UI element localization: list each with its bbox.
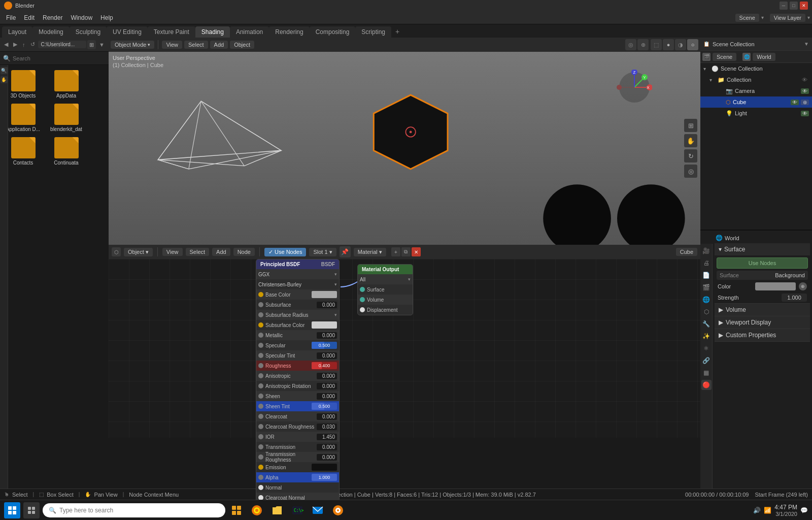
cube-icon[interactable]: ⬡ bbox=[726, 99, 731, 106]
menu-render[interactable]: Render bbox=[39, 13, 66, 22]
overlay-toggle[interactable]: ◎ bbox=[625, 39, 636, 50]
material-selector[interactable]: Material ▾ bbox=[354, 248, 386, 256]
tab-texture-paint[interactable]: Texture Paint bbox=[148, 26, 195, 38]
network-icon[interactable]: 📶 bbox=[764, 507, 771, 514]
tab-uv-editing[interactable]: UV Editing bbox=[107, 26, 148, 38]
material-copy[interactable]: ⧉ bbox=[401, 247, 411, 256]
view-layer-selector[interactable]: View Layer bbox=[770, 14, 805, 22]
file-search-input[interactable] bbox=[13, 55, 106, 61]
file-path[interactable]: C:\Users\lord... bbox=[38, 41, 87, 48]
taskbar-folder-icon[interactable] bbox=[269, 502, 285, 518]
props-render-icon[interactable]: 🎥 bbox=[701, 246, 712, 256]
maximize-button[interactable]: □ bbox=[790, 2, 798, 10]
clearcoat-value[interactable]: 0.000 bbox=[317, 413, 337, 420]
nav-sidebar-button[interactable]: 🔍 bbox=[1, 67, 8, 74]
color-swatch[interactable] bbox=[755, 282, 796, 290]
menu-window[interactable]: Window bbox=[66, 13, 96, 22]
file-item-applicationd[interactable]: Application D... bbox=[4, 104, 42, 132]
outline-cube[interactable]: ⬡ Cube 👁 ⊛ bbox=[700, 96, 812, 108]
cube-render-icon[interactable]: ⊛ bbox=[801, 100, 809, 105]
taskbar-mail-icon[interactable] bbox=[310, 502, 326, 518]
taskbar-firefox-icon[interactable] bbox=[249, 502, 265, 518]
object-mode-selector[interactable]: Object Mode ▾ bbox=[111, 41, 154, 49]
clearcoat-roughness-value[interactable]: 0.030 bbox=[317, 424, 337, 430]
notification-icon[interactable]: 💬 bbox=[800, 507, 808, 514]
ior-value[interactable]: 1.450 bbox=[317, 434, 337, 440]
file-item-contacts[interactable]: Contacts bbox=[4, 137, 42, 166]
taskbar-search-input[interactable] bbox=[59, 507, 219, 514]
props-constraints-icon[interactable]: 🔗 bbox=[701, 355, 712, 366]
scene-selector-outliner[interactable]: Scene bbox=[713, 53, 736, 61]
menu-edit[interactable]: Edit bbox=[20, 13, 39, 22]
file-item-blenderkit[interactable]: blenderkit_dat bbox=[47, 104, 85, 132]
transmission-roughness-value[interactable]: 0.000 bbox=[317, 454, 337, 461]
menu-file[interactable]: File bbox=[2, 13, 20, 22]
wireframe-mode[interactable]: ⬚ bbox=[651, 39, 662, 50]
props-object-icon[interactable]: ⬡ bbox=[701, 307, 712, 317]
scene-selector[interactable]: Scene bbox=[735, 14, 759, 22]
pan-button[interactable]: ✋ bbox=[684, 134, 697, 147]
visibility-icon[interactable]: 👁 bbox=[802, 77, 809, 83]
nav-back-button[interactable]: ◀ bbox=[2, 40, 10, 49]
emission-color-swatch[interactable] bbox=[312, 464, 337, 471]
props-view-layer-icon[interactable]: 📄 bbox=[701, 270, 712, 280]
bsdf-node[interactable]: Principled BSDF BSDF GGX ▾ Christensen-B… bbox=[256, 259, 340, 520]
color-picker-button[interactable]: ⊕ bbox=[799, 282, 807, 290]
anisotropic-value[interactable]: 0.000 bbox=[317, 373, 337, 379]
transmission-value[interactable]: 0.000 bbox=[317, 444, 337, 450]
props-material-icon[interactable]: 🔴 bbox=[701, 380, 712, 390]
tab-shading[interactable]: Shading bbox=[195, 26, 230, 38]
add-workspace-button[interactable]: + bbox=[391, 25, 403, 38]
tab-scripting[interactable]: Scripting bbox=[355, 26, 391, 38]
props-world-icon[interactable]: 🌐 bbox=[701, 295, 712, 305]
nav-sidebar-hand[interactable]: ✋ bbox=[1, 76, 8, 83]
surface-section-header[interactable]: ▾ Surface bbox=[715, 243, 810, 255]
alpha-slider[interactable]: 1.000 bbox=[312, 474, 337, 481]
tab-compositing[interactable]: Compositing bbox=[310, 26, 356, 38]
add-menu[interactable]: Add bbox=[210, 41, 228, 49]
view-menu-node[interactable]: View bbox=[162, 248, 183, 256]
start-button[interactable] bbox=[4, 502, 20, 518]
material-delete[interactable]: ✕ bbox=[412, 247, 421, 256]
pin-button[interactable]: 📌 bbox=[340, 246, 351, 257]
props-scene-icon[interactable]: 🎬 bbox=[701, 282, 712, 292]
props-output-icon[interactable]: 🖨 bbox=[701, 258, 712, 268]
world-icon[interactable]: 🌐 bbox=[742, 53, 751, 61]
minimize-button[interactable]: ─ bbox=[780, 2, 788, 10]
use-nodes-button[interactable]: Use Nodes bbox=[717, 257, 808, 269]
tab-modeling[interactable]: Modeling bbox=[32, 26, 70, 38]
tab-rendering[interactable]: Rendering bbox=[269, 26, 309, 38]
object-menu[interactable]: Object bbox=[230, 41, 254, 49]
base-color-swatch[interactable] bbox=[312, 291, 337, 298]
surface-type-dropdown[interactable]: Surface Background bbox=[717, 271, 808, 280]
light-vis-icon[interactable]: 👁 bbox=[801, 111, 809, 116]
taskbar-blender-icon[interactable] bbox=[330, 502, 346, 518]
world-selector-outliner[interactable]: World bbox=[753, 53, 775, 61]
filter-button[interactable]: ▼ bbox=[97, 40, 107, 49]
solid-mode[interactable]: ● bbox=[663, 39, 674, 50]
taskbar-terminal-icon[interactable]: C:\> bbox=[289, 502, 306, 518]
camera-vis-icon[interactable]: 👁 bbox=[801, 88, 809, 94]
sheen-value[interactable]: 0.000 bbox=[317, 393, 337, 400]
metallic-value[interactable]: 0.000 bbox=[317, 332, 337, 339]
zoom-to-fit-button[interactable]: ⊞ bbox=[684, 119, 697, 132]
tab-animation[interactable]: Animation bbox=[230, 26, 269, 38]
props-object-data-icon[interactable]: ▦ bbox=[701, 368, 712, 378]
view-toggle-button[interactable]: ⊞ bbox=[87, 40, 96, 49]
file-item-continuata[interactable]: Continuata bbox=[47, 137, 85, 166]
volume-section-header[interactable]: ▶ Volume bbox=[715, 304, 810, 316]
props-physics-icon[interactable]: ⚛ bbox=[701, 343, 712, 353]
custom-props-header[interactable]: ▶ Custom Properties bbox=[715, 329, 810, 341]
menu-help[interactable]: Help bbox=[96, 13, 117, 22]
specular-slider[interactable]: 0.500 bbox=[312, 342, 337, 349]
sound-icon[interactable]: 🔊 bbox=[753, 507, 761, 514]
outliner-type-button[interactable]: 📋 bbox=[703, 41, 709, 47]
use-nodes-toggle[interactable]: ✓ Use Nodes bbox=[264, 248, 306, 256]
rotate-button[interactable]: ↻ bbox=[684, 149, 697, 162]
tab-sculpting[interactable]: Sculpting bbox=[70, 26, 107, 38]
select-menu-node[interactable]: Select bbox=[186, 248, 210, 256]
select-menu[interactable]: Select bbox=[184, 41, 208, 49]
scene-collection-icon[interactable]: ⚪ bbox=[712, 66, 719, 72]
node-editor[interactable]: Principled BSDF BSDF GGX ▾ Christensen-B… bbox=[109, 259, 700, 438]
tab-layout[interactable]: Layout bbox=[2, 26, 32, 38]
